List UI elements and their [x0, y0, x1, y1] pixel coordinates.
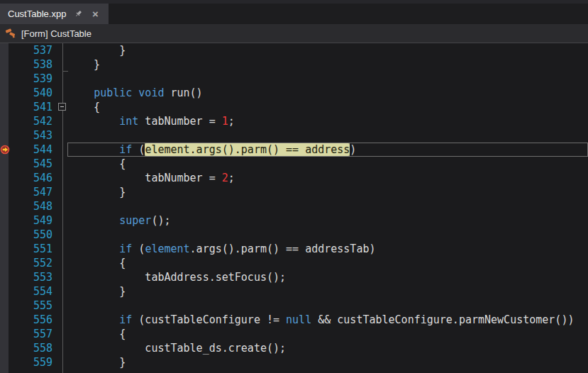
form-designer-icon — [5, 28, 16, 39]
tab-title: CustTable.xpp — [8, 9, 66, 19]
line-number: 553 — [9, 270, 57, 284]
glyph-margin-cell[interactable] — [0, 242, 9, 256]
code-line[interactable] — [68, 72, 588, 86]
glyph-margin-cell[interactable] — [0, 199, 9, 213]
glyph-margin-cell[interactable] — [0, 157, 9, 171]
code-lines: 537 }538 }539540 public void run()541 {5… — [0, 43, 588, 369]
pin-icon[interactable] — [73, 9, 83, 19]
code-line[interactable]: custTable_ds.create(); — [68, 341, 588, 355]
code-editor[interactable]: 537 }538 }539540 public void run()541 {5… — [0, 43, 588, 373]
fold-margin — [57, 143, 68, 157]
debug-highlight: element.args().parm() == address — [145, 143, 350, 156]
fold-margin — [57, 313, 68, 327]
fold-margin — [57, 355, 68, 369]
line-number: 544 — [9, 143, 57, 157]
tab-custtable-xpp[interactable]: CustTable.xpp × — [0, 4, 109, 24]
fold-margin — [57, 270, 68, 284]
code-line[interactable]: if (element.args().parm() == addressTab) — [68, 242, 588, 256]
line-number: 550 — [9, 228, 57, 242]
code-line[interactable]: tabAddress.setFocus(); — [68, 270, 588, 284]
code-line[interactable]: { — [68, 327, 588, 341]
glyph-margin-cell[interactable] — [0, 72, 9, 86]
glyph-margin-cell[interactable] — [0, 213, 9, 228]
line-number: 558 — [9, 341, 57, 355]
fold-margin — [57, 86, 68, 100]
code-line[interactable]: } — [68, 284, 588, 299]
glyph-margin-cell[interactable] — [0, 270, 9, 284]
code-line[interactable]: int tabNumber = 1; — [68, 114, 588, 128]
fold-margin — [57, 114, 68, 128]
close-icon[interactable]: × — [90, 9, 100, 19]
code-line[interactable]: if (element.args().parm() == address) — [68, 143, 588, 157]
breadcrumb[interactable]: [Form] CustTable — [0, 24, 588, 43]
code-line-row: 549 super(); — [0, 213, 588, 228]
line-number: 559 — [9, 355, 57, 369]
code-line[interactable] — [68, 199, 588, 213]
fold-margin — [57, 228, 68, 242]
fold-margin — [57, 171, 68, 185]
line-number: 546 — [9, 171, 57, 185]
glyph-margin-cell[interactable] — [0, 228, 9, 242]
code-line-row: 559 } — [0, 355, 588, 369]
glyph-margin-cell[interactable] — [0, 171, 9, 185]
code-line[interactable] — [68, 228, 588, 242]
code-line-row: 545 { — [0, 157, 588, 171]
glyph-margin-cell[interactable] — [0, 327, 9, 341]
glyph-margin-cell[interactable] — [0, 185, 9, 199]
glyph-margin-cell[interactable] — [0, 256, 9, 270]
code-line-row: 551 if (element.args().parm() == address… — [0, 242, 588, 256]
fold-margin — [57, 100, 68, 114]
code-line[interactable]: { — [68, 157, 588, 171]
glyph-margin-cell[interactable] — [0, 355, 9, 369]
line-number: 557 — [9, 327, 57, 341]
fold-margin — [57, 57, 68, 72]
code-line-row: 555 — [0, 299, 588, 313]
breakpoint-current-statement-icon[interactable] — [0, 143, 9, 157]
fold-margin — [57, 185, 68, 199]
glyph-margin-cell[interactable] — [0, 128, 9, 143]
code-line[interactable]: } — [68, 43, 588, 57]
glyph-margin-cell[interactable] — [0, 313, 9, 327]
code-line-row: 553 tabAddress.setFocus(); — [0, 270, 588, 284]
fold-margin — [57, 213, 68, 228]
fold-margin — [57, 128, 68, 143]
code-line-row: 554 } — [0, 284, 588, 299]
glyph-margin-cell[interactable] — [0, 284, 9, 299]
code-line[interactable]: { — [68, 100, 588, 114]
code-line[interactable]: super(); — [68, 213, 588, 228]
glyph-margin-cell[interactable] — [0, 86, 9, 100]
code-line[interactable] — [68, 299, 588, 313]
glyph-margin-cell[interactable] — [0, 114, 9, 128]
line-number: 545 — [9, 157, 57, 171]
code-line[interactable]: } — [68, 185, 588, 199]
line-number: 551 — [9, 242, 57, 256]
code-line[interactable]: } — [68, 57, 588, 72]
fold-margin — [57, 72, 68, 86]
code-line[interactable]: public void run() — [68, 86, 588, 100]
glyph-margin-cell[interactable] — [0, 43, 9, 57]
code-line-row: 540 public void run() — [0, 86, 588, 100]
line-number: 538 — [9, 57, 57, 72]
glyph-margin-cell[interactable] — [0, 100, 9, 114]
glyph-margin-cell[interactable] — [0, 57, 9, 72]
fold-collapse-box[interactable] — [58, 103, 66, 111]
code-line-row: 548 — [0, 199, 588, 213]
code-line[interactable]: if (custTableConfigure != null && custTa… — [68, 313, 588, 327]
line-number: 554 — [9, 284, 57, 299]
fold-margin — [57, 43, 68, 57]
code-line[interactable] — [68, 128, 588, 143]
line-number: 539 — [9, 72, 57, 86]
line-number: 547 — [9, 185, 57, 199]
fold-margin — [57, 341, 68, 355]
line-number: 548 — [9, 199, 57, 213]
code-line[interactable]: { — [68, 256, 588, 270]
code-line[interactable]: tabNumber = 2; — [68, 171, 588, 185]
line-number: 537 — [9, 43, 57, 57]
code-line[interactable]: } — [68, 355, 588, 369]
glyph-margin-cell[interactable] — [0, 341, 9, 355]
line-number: 552 — [9, 256, 57, 270]
line-number: 541 — [9, 100, 57, 114]
line-number: 549 — [9, 213, 57, 228]
glyph-margin-cell[interactable] — [0, 299, 9, 313]
line-number: 556 — [9, 313, 57, 327]
